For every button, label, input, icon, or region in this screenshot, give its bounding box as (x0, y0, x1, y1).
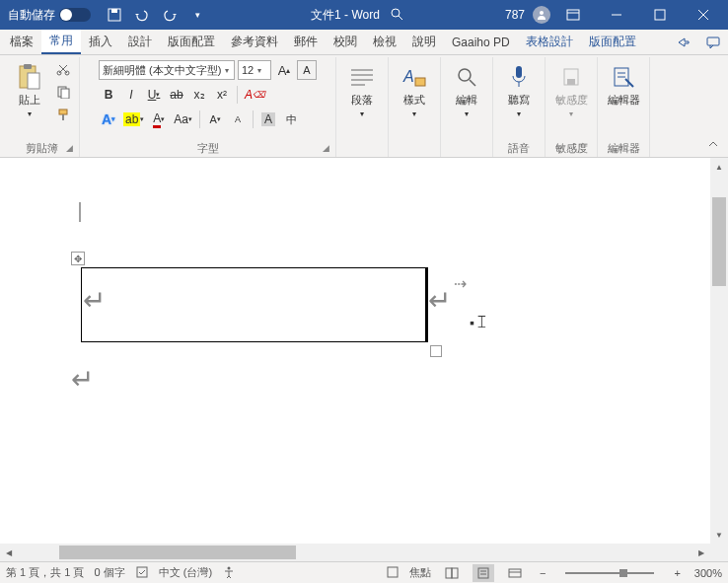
editing-button[interactable]: 編輯 ▾ (447, 59, 486, 122)
vertical-scrollbar[interactable]: ▲ ▼ (710, 158, 728, 544)
scroll-up-icon[interactable]: ▲ (710, 158, 728, 176)
tab-home[interactable]: 常用 (41, 30, 81, 54)
paragraph-button[interactable]: 段落 ▾ (342, 59, 382, 122)
clear-format-icon[interactable]: A⌫ (243, 85, 267, 105)
tab-design[interactable]: 設計 (120, 30, 160, 54)
text-cursor-icon: ▪𝙸 (470, 312, 488, 332)
tab-table-layout[interactable]: 版面配置 (581, 30, 644, 54)
horizontal-scrollbar[interactable]: ◀ ▶ (0, 544, 710, 561)
font-color-icon[interactable]: A▾ (149, 109, 169, 129)
tab-references[interactable]: 參考資料 (223, 30, 286, 54)
table-cell[interactable] (81, 267, 426, 342)
tab-layout[interactable]: 版面配置 (160, 30, 223, 54)
tab-file[interactable]: 檔案 (0, 30, 41, 54)
bold-icon[interactable]: B (99, 85, 118, 105)
char-format1-icon[interactable]: A (228, 109, 248, 129)
phonetic-icon[interactable]: 中 (281, 109, 301, 129)
share-icon[interactable] (669, 30, 698, 54)
qat-customize-icon[interactable]: ▾ (185, 3, 209, 27)
styles-icon: A (400, 63, 428, 91)
change-case-icon[interactable]: Aa▾ (172, 109, 194, 129)
tab-table-design[interactable]: 表格設計 (518, 30, 581, 54)
title-bar: 自動儲存 ▾ 文件1 - Word 787 (0, 0, 728, 30)
zoom-slider[interactable] (565, 572, 654, 574)
group-paragraph: 段落 ▾ (336, 57, 389, 157)
font-size-combo[interactable]: 12▾ (238, 60, 271, 80)
svg-rect-44 (509, 569, 521, 577)
redo-icon[interactable] (158, 3, 182, 27)
font-family-combo[interactable]: 新細明體 (本文中文字型)▾ (99, 60, 235, 80)
minimize-icon[interactable] (596, 0, 637, 30)
enclose-char-icon[interactable]: A (297, 60, 317, 80)
sensitivity-icon (557, 63, 585, 91)
toggle-knob (60, 9, 72, 21)
svg-rect-1 (111, 9, 117, 13)
view-web-icon[interactable] (504, 564, 526, 582)
cut-icon[interactable] (53, 59, 73, 79)
table-resize-handle[interactable] (430, 345, 442, 357)
shrink-font-icon[interactable]: A▾ (205, 109, 225, 129)
copy-icon[interactable] (53, 82, 73, 102)
zoom-in-icon[interactable]: + (670, 567, 684, 579)
scroll-thumb[interactable] (59, 546, 296, 559)
scroll-down-icon[interactable]: ▼ (710, 526, 728, 544)
search-icon[interactable] (390, 7, 403, 24)
editor-button[interactable]: 編輯器 (604, 59, 643, 111)
comments-icon[interactable] (698, 30, 728, 54)
status-focus[interactable]: 焦點 (409, 565, 431, 580)
undo-icon[interactable] (130, 3, 154, 27)
toggle-track (59, 8, 91, 22)
view-read-icon[interactable] (441, 564, 463, 582)
tab-gaaiho[interactable]: Gaaiho PD (444, 30, 518, 54)
tab-mailings[interactable]: 郵件 (286, 30, 326, 54)
sensitivity-button[interactable]: 敏感度 ▾ (551, 59, 591, 122)
status-proof-icon[interactable] (135, 565, 149, 581)
clipboard-dialog-icon[interactable]: ◢ (66, 143, 73, 153)
user-count[interactable]: 787 (505, 6, 550, 24)
table-move-handle[interactable]: ✥ (71, 252, 85, 265)
status-macro-icon[interactable] (386, 565, 400, 581)
tab-review[interactable]: 校閱 (326, 30, 365, 54)
dictate-button[interactable]: 聽寫 ▾ (499, 59, 539, 122)
zoom-out-icon[interactable]: − (536, 567, 549, 579)
scroll-thumb[interactable] (712, 197, 726, 286)
font-dialog-icon[interactable]: ◢ (323, 143, 329, 153)
paragraph-icon (348, 63, 376, 91)
status-lang[interactable]: 中文 (台灣) (159, 565, 212, 580)
subscript-icon[interactable]: x₂ (189, 85, 209, 105)
paste-icon (16, 63, 43, 91)
status-words[interactable]: 0 個字 (94, 565, 124, 580)
scroll-left-icon[interactable]: ◀ (0, 544, 18, 561)
tab-help[interactable]: 說明 (404, 30, 444, 54)
autosave-label: 自動儲存 (8, 7, 55, 24)
document-canvas[interactable]: ✥ ↵ ↵ ⇢ ↵ ▪𝙸 (0, 158, 710, 544)
grow-font-icon[interactable]: A▴ (274, 60, 294, 80)
status-page[interactable]: 第 1 頁，共 1 頁 (6, 565, 84, 580)
styles-button[interactable]: A 樣式 ▾ (395, 59, 434, 122)
char-shading-icon[interactable]: A (258, 109, 278, 129)
tab-insert[interactable]: 插入 (81, 30, 120, 54)
tab-view[interactable]: 檢視 (365, 30, 404, 54)
svg-line-28 (470, 80, 475, 86)
svg-rect-26 (415, 78, 425, 86)
close-icon[interactable] (683, 0, 724, 30)
zoom-level[interactable]: 300% (694, 567, 722, 579)
text-effects-icon[interactable]: A▾ (99, 109, 118, 129)
ribbon-display-icon[interactable] (552, 0, 594, 30)
paste-button[interactable]: 貼上 ▾ (10, 59, 49, 122)
maximize-icon[interactable] (639, 0, 681, 30)
zoom-slider-knob[interactable] (619, 569, 627, 577)
highlight-icon[interactable]: ab▾ (121, 109, 146, 129)
group-editor-label: 編輯器 (608, 141, 640, 156)
view-print-icon[interactable] (473, 564, 494, 582)
scroll-right-icon[interactable]: ▶ (692, 544, 710, 561)
format-painter-icon[interactable] (53, 105, 73, 124)
superscript-icon[interactable]: x² (212, 85, 232, 105)
collapse-ribbon-icon[interactable] (704, 135, 722, 153)
italic-icon[interactable]: I (121, 85, 141, 105)
autosave-toggle[interactable]: 自動儲存 (8, 7, 91, 24)
save-icon[interactable] (103, 3, 126, 27)
underline-icon[interactable]: U▾ (144, 85, 164, 105)
strike-icon[interactable]: ab (167, 85, 186, 105)
status-accessibility-icon[interactable] (222, 565, 236, 581)
